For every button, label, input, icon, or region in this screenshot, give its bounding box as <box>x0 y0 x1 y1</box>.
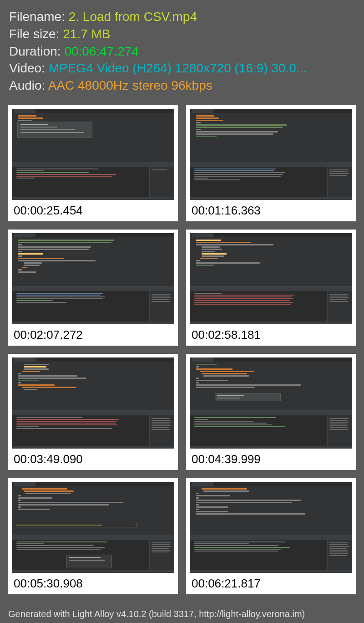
timestamp-label: 00:03:49.090 <box>12 451 174 467</box>
thumbnail-card[interactable]: 00:05:30.908 <box>8 478 178 594</box>
duration-row: Duration: 00:06:47.274 <box>9 43 355 60</box>
filename-row: Filename: 2. Load from CSV.mp4 <box>9 8 355 26</box>
duration-value: 00:06:47.274 <box>64 44 139 58</box>
timestamp-label: 00:00:25.454 <box>12 203 174 219</box>
video-label: Video: <box>9 61 49 75</box>
thumbnails-grid: 00:00:25.454 <box>0 100 364 596</box>
audio-row: Audio: AAC 48000Hz stereo 96kbps <box>9 77 355 94</box>
timestamp-label: 00:01:16.363 <box>190 203 352 219</box>
generator-footer: Generated with Light Alloy v4.10.2 (buil… <box>8 609 305 619</box>
thumbnail-image <box>12 357 174 449</box>
thumbnail-image <box>12 233 174 324</box>
thumbnail-card[interactable]: 00:02:07.272 <box>8 230 178 346</box>
thumbnail-image <box>12 109 174 200</box>
thumbnail-card[interactable]: 00:03:49.090 <box>8 354 178 470</box>
timestamp-label: 00:04:39.999 <box>190 451 352 467</box>
filename-value: 2. Load from CSV.mp4 <box>69 10 197 24</box>
thumbnail-card[interactable]: 00:02:58.181 <box>186 230 356 346</box>
thumbnail-image <box>190 233 352 324</box>
thumbnail-card[interactable]: 00:01:16.363 <box>186 105 356 221</box>
duration-label: Duration: <box>9 44 64 58</box>
thumbnail-card[interactable]: 00:00:25.454 <box>8 105 178 221</box>
thumbnail-image <box>190 482 352 573</box>
thumbnail-image <box>190 357 352 449</box>
filesize-label: File size: <box>9 27 63 41</box>
filesize-row: File size: 21.7 MB <box>9 26 355 43</box>
filename-label: Filename: <box>9 10 69 24</box>
audio-value: AAC 48000Hz stereo 96kbps <box>48 78 212 92</box>
timestamp-label: 00:02:07.272 <box>12 327 174 343</box>
thumbnail-image <box>12 482 174 573</box>
thumbnail-image <box>190 109 352 200</box>
video-row: Video: MPEG4 Video (H264) 1280x720 (16:9… <box>9 60 355 77</box>
timestamp-label: 00:02:58.181 <box>190 327 352 343</box>
thumbnail-card[interactable]: 00:04:39.999 <box>186 354 356 470</box>
thumbnail-card[interactable]: 00:06:21.817 <box>186 478 356 594</box>
video-value: MPEG4 Video (H264) 1280x720 (16:9) 30.0.… <box>49 61 307 75</box>
media-info-panel: Filename: 2. Load from CSV.mp4 File size… <box>0 0 364 100</box>
audio-label: Audio: <box>9 78 48 92</box>
timestamp-label: 00:06:21.817 <box>190 576 352 592</box>
filesize-value: 21.7 MB <box>63 27 110 41</box>
timestamp-label: 00:05:30.908 <box>12 576 174 592</box>
